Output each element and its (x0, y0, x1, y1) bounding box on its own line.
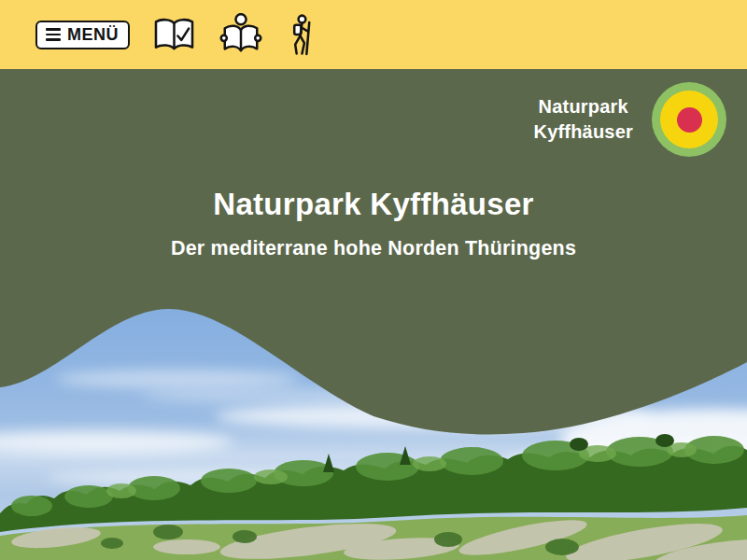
logo-mark-icon (652, 82, 726, 157)
menu-button-label: MENÜ (67, 25, 119, 45)
page-subtitle: Der mediterrane hohe Norden Thüringens (0, 237, 747, 260)
hiker-button[interactable] (286, 14, 317, 56)
person-reading-icon (218, 13, 263, 56)
hamburger-icon (46, 28, 61, 41)
hero-section: Naturpark Kyffhäuser Naturpark Kyffhäuse… (0, 69, 747, 560)
page-title: Naturpark Kyffhäuser (0, 187, 747, 222)
logo-line-2: Kyffhäuser (534, 119, 633, 145)
hiker-icon (286, 14, 317, 56)
site-logo[interactable]: Naturpark Kyffhäuser (534, 82, 726, 157)
logo-text: Naturpark Kyffhäuser (534, 94, 633, 145)
hero-content: Naturpark Kyffhäuser Naturpark Kyffhäuse… (0, 69, 747, 560)
page: MENÜ (0, 0, 747, 560)
person-reading-button[interactable] (218, 13, 263, 56)
top-bar: MENÜ (0, 0, 747, 69)
book-check-icon (152, 17, 196, 53)
menu-button[interactable]: MENÜ (35, 21, 130, 49)
book-check-button[interactable] (152, 17, 196, 53)
logo-line-1: Naturpark (534, 94, 633, 119)
